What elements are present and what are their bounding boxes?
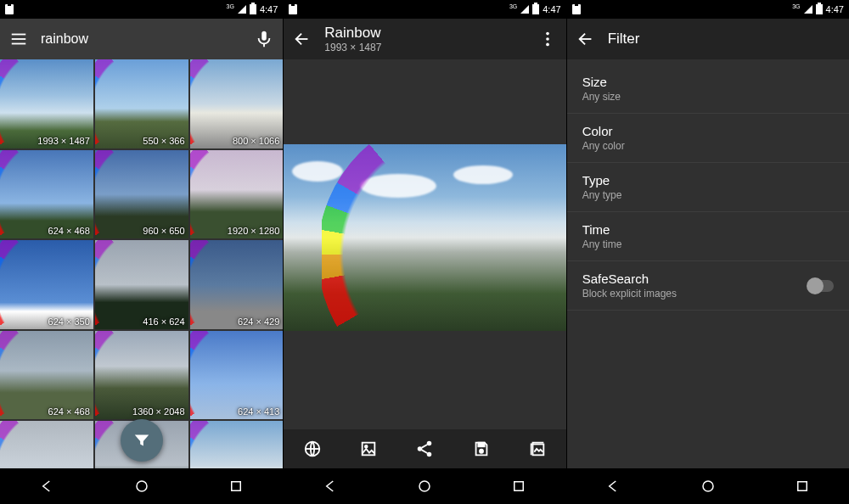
filter-appbar: Filter: [567, 19, 849, 59]
battery-icon: [250, 4, 256, 14]
nav-back[interactable]: [31, 469, 65, 503]
result-tile[interactable]: 624 × 350: [0, 240, 93, 329]
filter-item-safesearch[interactable]: SafeSearchBlock explicit images: [567, 261, 849, 311]
svg-point-4: [137, 481, 147, 491]
back-icon[interactable]: [576, 29, 596, 49]
result-tile[interactable]: 624 × 429: [190, 240, 284, 329]
detail-title-block: Rainbow 1993 × 1487: [324, 25, 525, 53]
filter-title-block: Filter: [608, 31, 841, 48]
svg-point-6: [546, 32, 549, 36]
result-tile[interactable]: 960 × 650: [95, 150, 188, 239]
search-bar: [0, 19, 283, 59]
battery-icon: [816, 4, 823, 14]
result-tile[interactable]: [0, 421, 93, 468]
tile-dimensions: 800 × 1066: [233, 136, 279, 146]
clock: 4:47: [260, 4, 278, 14]
overflow-icon[interactable]: [537, 29, 558, 49]
result-tile[interactable]: 624 × 468: [0, 331, 93, 420]
back-icon[interactable]: [292, 29, 312, 49]
nav-back[interactable]: [314, 469, 348, 503]
filter-item-size[interactable]: SizeAny size: [567, 64, 849, 114]
network-label: 3G: [792, 3, 800, 9]
signal-icon: [238, 5, 246, 14]
battery-icon: [532, 4, 539, 14]
save-icon[interactable]: [471, 439, 492, 459]
nav-recent[interactable]: [785, 469, 819, 503]
menu-icon[interactable]: [8, 29, 29, 49]
detail-subtitle: 1993 × 1487: [324, 42, 525, 53]
nav-recent[interactable]: [219, 469, 253, 503]
filter-item-type[interactable]: TypeAny type: [567, 163, 849, 212]
result-tile[interactable]: 1993 × 1487: [0, 59, 93, 148]
detail-title: Rainbow: [324, 25, 525, 42]
filter-subtitle: Any size: [582, 91, 834, 103]
svg-rect-10: [363, 443, 375, 456]
tile-dimensions: 624 × 468: [48, 406, 90, 417]
nav-recent[interactable]: [502, 469, 536, 503]
filter-title: Size: [582, 75, 834, 89]
result-tile[interactable]: 550 × 366: [95, 59, 188, 148]
svg-point-20: [703, 481, 713, 491]
wallpaper-icon[interactable]: [358, 439, 379, 459]
result-tile[interactable]: [190, 421, 284, 468]
gallery-icon[interactable]: [527, 439, 548, 459]
tile-dimensions: 624 × 413: [238, 406, 279, 417]
search-pane: 3G 4:47 1993 × 1487550 × 366800 × 106662…: [0, 0, 283, 504]
sd-icon: [289, 4, 297, 14]
filter-subtitle: Block explicit images: [582, 288, 834, 300]
result-tile[interactable]: 624 × 413: [190, 331, 284, 420]
status-bar: 3G 4:47: [0, 0, 283, 19]
svg-rect-5: [232, 482, 241, 491]
svg-point-8: [546, 43, 549, 47]
svg-rect-15: [478, 443, 484, 447]
filter-subtitle: Any color: [582, 140, 834, 152]
svg-point-13: [418, 446, 423, 451]
result-tile[interactable]: 1920 × 1280: [190, 150, 284, 239]
svg-point-18: [419, 481, 430, 491]
filter-title: SafeSearch: [582, 272, 834, 286]
tile-dimensions: 416 × 624: [143, 316, 184, 327]
nav-home[interactable]: [408, 469, 441, 503]
share-icon[interactable]: [414, 439, 435, 459]
filter-item-time[interactable]: TimeAny time: [567, 212, 849, 261]
filter-fab[interactable]: [121, 419, 163, 462]
signal-icon: [804, 5, 812, 14]
nav-home[interactable]: [125, 469, 159, 503]
nav-home[interactable]: [691, 469, 725, 503]
svg-rect-21: [797, 482, 807, 491]
safesearch-toggle[interactable]: [808, 280, 834, 292]
clock: 4:47: [826, 4, 844, 14]
result-tile[interactable]: 800 × 1066: [190, 59, 284, 148]
filter-title: Color: [582, 124, 834, 138]
nav-bar: [567, 468, 849, 504]
clock: 4:47: [543, 4, 560, 14]
tile-dimensions: 1360 × 2048: [132, 406, 184, 417]
action-bar: [284, 429, 565, 468]
result-tile[interactable]: 416 × 624: [95, 240, 188, 329]
tile-dimensions: 624 × 429: [238, 316, 279, 327]
detail-content: [284, 59, 565, 468]
filter-subtitle: Any time: [582, 238, 834, 250]
filter-item-color[interactable]: ColorAny color: [567, 114, 849, 163]
open-web-icon[interactable]: [302, 439, 323, 459]
detail-pane: 3G 4:47 Rainbow 1993 × 1487: [283, 0, 565, 504]
result-tile[interactable]: 624 × 468: [0, 150, 93, 239]
filter-header: Filter: [608, 31, 841, 48]
svg-point-7: [546, 37, 549, 41]
svg-point-11: [365, 445, 368, 448]
signal-icon: [520, 5, 529, 14]
result-tile[interactable]: 1360 × 2048: [95, 331, 188, 420]
nav-back[interactable]: [597, 469, 631, 503]
search-input[interactable]: [41, 31, 242, 47]
nav-bar: [0, 468, 283, 504]
filter-title: Time: [582, 222, 834, 237]
svg-rect-19: [514, 482, 524, 491]
mic-icon[interactable]: [254, 29, 274, 49]
svg-point-16: [480, 450, 483, 453]
sd-icon: [572, 4, 581, 14]
nav-bar: [284, 468, 565, 504]
filter-title: Type: [582, 173, 834, 188]
svg-point-14: [427, 452, 432, 457]
status-bar: 3G 4:47: [284, 0, 565, 19]
detail-image[interactable]: [284, 144, 565, 331]
